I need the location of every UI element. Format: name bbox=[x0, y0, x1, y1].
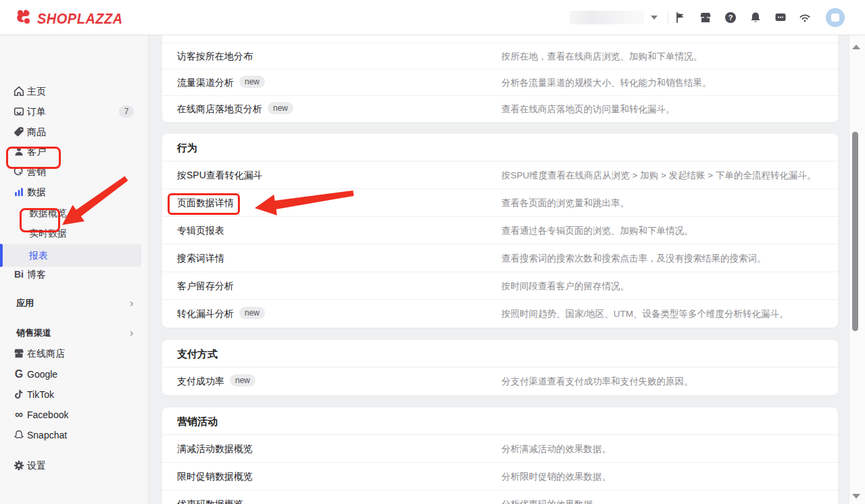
sidebar-item-blog[interactable]: Bi 博客 bbox=[0, 264, 149, 284]
reports-list: 访客按所在地分布 按所在地，查看在线商店浏览、加购和下单情况。 流量渠道分析ne… bbox=[149, 35, 849, 504]
home-icon bbox=[12, 84, 26, 98]
sidebar-item-data-overview[interactable]: 数据概览 bbox=[0, 203, 149, 223]
shoplazza-logo[interactable]: SHOPLAZZA bbox=[15, 8, 123, 28]
chat-icon[interactable] bbox=[772, 9, 789, 26]
analytics-icon bbox=[12, 185, 26, 199]
sidebar-item-reports[interactable]: 报表 bbox=[0, 244, 149, 264]
sidebar-item-google[interactable]: G Google bbox=[0, 364, 149, 384]
report-row-payment-success[interactable]: 支付成功率new 分支付渠道查看支付成功率和支付失败的原因。 bbox=[162, 368, 838, 395]
top-header: SHOPLAZZA ? bbox=[0, 0, 865, 35]
report-row-discount-campaign[interactable]: 满减活动数据概览 分析满减活动的效果数据。 bbox=[162, 435, 838, 463]
shoplazza-logo-text: SHOPLAZZA bbox=[37, 10, 123, 27]
report-row-conversion-funnel[interactable]: 转化漏斗分析new 按照时间趋势、国家/地区、UTM、设备类型等多个维度分析转化… bbox=[162, 300, 838, 328]
report-row-coupon-code[interactable]: 优惠码数据概览 分析优惠码的效果数据。 bbox=[162, 490, 838, 504]
customers-icon bbox=[12, 145, 26, 158]
storefront-icon[interactable] bbox=[697, 9, 714, 26]
report-card-traffic: 访客按所在地分布 按所在地，查看在线商店浏览、加购和下单情况。 流量渠道分析ne… bbox=[162, 35, 838, 122]
new-badge: new bbox=[239, 76, 265, 88]
report-card-payment: 支付方式 支付成功率new 分支付渠道查看支付成功率和支付失败的原因。 bbox=[162, 340, 838, 395]
sidebar-item-settings[interactable]: 设置 bbox=[0, 455, 149, 476]
store-selector-dropdown[interactable] bbox=[570, 9, 659, 26]
report-row-landing-page[interactable]: 在线商店落地页分析new 查看在线商店落地页的访问量和转化漏斗。 bbox=[162, 95, 838, 122]
svg-text:?: ? bbox=[728, 14, 733, 22]
help-icon[interactable]: ? bbox=[722, 9, 739, 26]
report-row-visitors-by-location[interactable]: 访客按所在地分布 按所在地，查看在线商店浏览、加购和下单情况。 bbox=[162, 43, 838, 69]
sidebar-item-online-store[interactable]: 在线商店 bbox=[0, 343, 149, 363]
report-card-behavior: 行为 按SPU查看转化漏斗 按SPU维度查看在线商店从浏览 > 加购 > 发起结… bbox=[162, 134, 838, 328]
gear-icon bbox=[12, 459, 26, 472]
avatar-placeholder bbox=[831, 14, 839, 22]
vertical-scrollbar bbox=[849, 35, 865, 504]
products-icon bbox=[12, 125, 26, 138]
report-row-collection-page[interactable]: 专辑页报表 查看通过各专辑页面的浏览、加购和下单情况。 bbox=[162, 217, 838, 245]
sidebar-item-analytics[interactable]: 数据 bbox=[0, 182, 149, 202]
report-row-spu-funnel[interactable]: 按SPU查看转化漏斗 按SPU维度查看在线商店从浏览 > 加购 > 发起结账 >… bbox=[162, 161, 838, 189]
new-badge: new bbox=[239, 307, 265, 319]
blog-icon: Bi bbox=[12, 268, 26, 281]
snapchat-icon bbox=[12, 428, 26, 442]
bell-icon[interactable] bbox=[747, 9, 764, 26]
sidebar-item-orders[interactable]: 订单 7 bbox=[0, 101, 149, 122]
orders-count-badge: 7 bbox=[119, 105, 134, 118]
caret-down-icon bbox=[651, 16, 658, 20]
sidebar-section-apps[interactable]: 应用 › bbox=[0, 293, 149, 313]
section-title-marketing: 营销活动 bbox=[162, 407, 838, 435]
facebook-meta-icon: ∞ bbox=[12, 408, 26, 422]
chevron-right-icon: › bbox=[130, 293, 133, 313]
sidebar-section-sales-channels[interactable]: 销售渠道 › bbox=[0, 323, 149, 343]
sidebar-item-facebook[interactable]: ∞ Facebook bbox=[0, 405, 149, 425]
store-name-redacted bbox=[570, 11, 644, 24]
report-row-traffic-channel[interactable]: 流量渠道分析new 分析各流量渠道的规模大小、转化能力和销售结果。 bbox=[162, 69, 838, 95]
user-avatar[interactable] bbox=[826, 8, 845, 27]
scrollbar-thumb[interactable] bbox=[852, 132, 858, 331]
scroll-down-arrow[interactable] bbox=[852, 494, 860, 499]
report-card-marketing: 营销活动 满减活动数据概览 分析满减活动的效果数据。 限时促销数据概览 分析限时… bbox=[162, 407, 838, 504]
report-row-page-detail[interactable]: 页面数据详情 查看各页面的浏览量和跳出率。 bbox=[162, 189, 838, 217]
marketing-icon bbox=[12, 165, 26, 178]
flag-icon[interactable] bbox=[672, 9, 689, 26]
new-badge: new bbox=[268, 102, 293, 114]
storefront-icon bbox=[12, 347, 26, 360]
shoplazza-logo-icon bbox=[15, 8, 32, 28]
sidebar-item-live-data[interactable]: 实时数据 bbox=[0, 223, 149, 243]
report-row-customer-retention[interactable]: 客户留存分析 按时间段查看客户的留存情况。 bbox=[162, 272, 838, 300]
google-icon: G bbox=[12, 368, 26, 381]
header-divider bbox=[668, 11, 668, 24]
section-title-behavior: 行为 bbox=[162, 134, 838, 161]
sidebar-item-tiktok[interactable]: TikTok bbox=[0, 384, 149, 405]
wifi-icon[interactable] bbox=[797, 9, 813, 26]
scroll-up-arrow[interactable] bbox=[852, 45, 860, 49]
sidebar-nav: 主页 订单 7 商品 bbox=[0, 35, 149, 504]
chevron-right-icon: › bbox=[130, 323, 133, 343]
new-badge: new bbox=[230, 374, 255, 386]
sidebar-item-products[interactable]: 商品 bbox=[0, 122, 149, 142]
page: SHOPLAZZA ? bbox=[0, 0, 865, 504]
sidebar-item-marketing[interactable]: 营销 bbox=[0, 161, 149, 182]
section-title-payment: 支付方式 bbox=[162, 340, 838, 368]
report-row-search-terms[interactable]: 搜索词详情 查看搜索词的搜索次数和搜索点击率，及没有搜索结果的搜索词。 bbox=[162, 245, 838, 272]
sidebar-item-snapchat[interactable]: Snapchat bbox=[0, 425, 149, 445]
sidebar-item-customers[interactable]: 客户 bbox=[0, 141, 149, 161]
report-row-flash-sale[interactable]: 限时促销数据概览 分析限时促销的效果数据。 bbox=[162, 463, 838, 490]
tiktok-icon bbox=[12, 388, 26, 401]
sidebar-item-home[interactable]: 主页 bbox=[0, 81, 149, 101]
orders-icon bbox=[12, 105, 26, 118]
